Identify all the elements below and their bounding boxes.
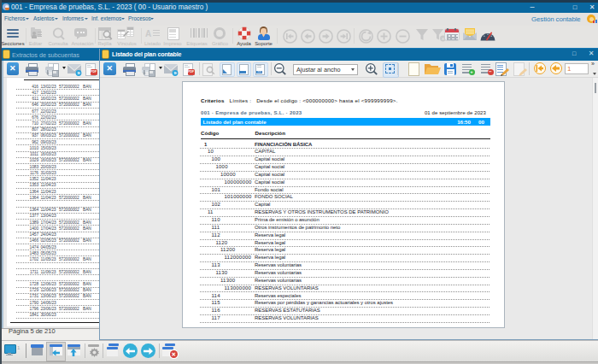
svg-text:»: » — [77, 70, 80, 76]
svg-text:»: » — [173, 70, 177, 76]
svg-text:x: x — [442, 36, 444, 41]
